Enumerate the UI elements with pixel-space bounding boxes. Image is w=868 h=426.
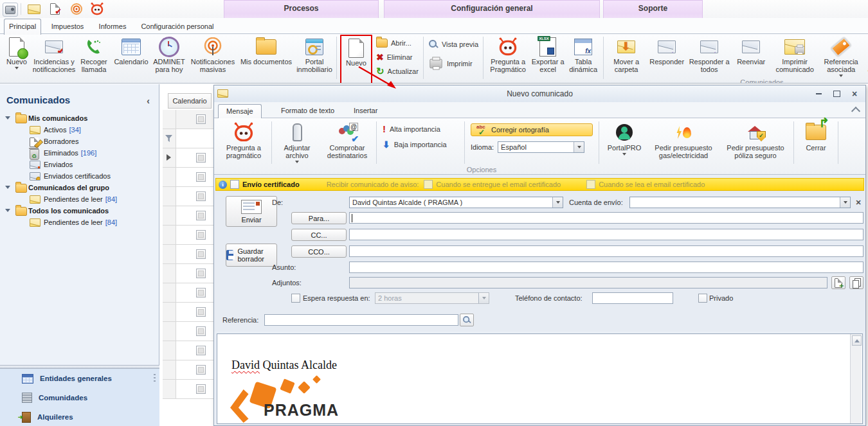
tree-item-eliminados[interactable]: Eliminados[196] <box>0 147 159 159</box>
panel-entidades-generales[interactable]: Entidades generales <box>0 369 159 388</box>
envio-certificado-checkbox[interactable] <box>230 180 239 189</box>
cc-button[interactable]: CC... <box>291 229 347 241</box>
exportar-excel-button[interactable]: Exportar a excel <box>530 35 565 84</box>
adjuntos-input[interactable] <box>349 277 827 288</box>
idioma-select[interactable]: Español <box>498 141 584 153</box>
clear-cuenta-button[interactable]: ✕ <box>853 197 863 208</box>
tree-item-mis-comunicados[interactable]: Mis comunicados <box>0 112 159 124</box>
entregue-checkbox[interactable] <box>424 180 433 189</box>
tab-formato-de-texto[interactable]: Formato de texto <box>273 104 342 118</box>
imprimir-comunicado-button[interactable]: Imprimir comunicado <box>770 35 819 84</box>
espera-respuesta-checkbox[interactable] <box>291 294 300 303</box>
calendario-button[interactable]: Calendario <box>112 35 150 84</box>
nuevo-button[interactable]: Nuevo <box>1 35 32 84</box>
tree-item-pendientes-grupo[interactable]: Pendientes de leer[84] <box>0 193 159 205</box>
alta-importancia-button[interactable]: ! Alta importancia <box>383 123 458 134</box>
app-menu-icon[interactable] <box>3 3 18 17</box>
row-checkbox[interactable] <box>196 269 206 278</box>
cerrar-button[interactable]: ↱ Cerrar <box>796 120 836 167</box>
reenviar-button[interactable]: → Reenviar <box>732 35 770 84</box>
panel-alquileres[interactable]: Alquileres <box>0 407 159 426</box>
tabla-dinamica-button[interactable]: Tabla dinámica <box>565 35 601 84</box>
dropdown-button[interactable] <box>574 142 584 152</box>
tab-principal[interactable]: Principal <box>4 19 41 35</box>
portalpro-button[interactable]: PortalPRO <box>601 120 647 167</box>
row-checkbox[interactable] <box>196 384 206 394</box>
filter-funnel-icon[interactable] <box>165 135 172 142</box>
mail-icon[interactable] <box>27 3 41 15</box>
de-select[interactable]: David Quintas Alcalde ( PRAGMA ) <box>349 197 563 208</box>
robot-icon[interactable] <box>90 3 104 15</box>
close-button[interactable]: × <box>847 89 862 98</box>
tab-configuracion-personal[interactable]: Configuración personal <box>136 20 219 33</box>
cuenta-envio-select[interactable] <box>629 197 851 208</box>
dialog-title-bar[interactable]: Nuevo comunicado × <box>214 85 865 103</box>
copy-attachment-button[interactable] <box>849 276 863 289</box>
tab-mensaje[interactable]: Mensaje <box>218 104 262 119</box>
scroll-up-button[interactable] <box>852 335 862 346</box>
tree-item-activos[interactable]: Activos[34] <box>0 124 159 136</box>
dropdown-button[interactable] <box>552 197 563 208</box>
expander-icon[interactable] <box>5 116 10 120</box>
privado-checkbox[interactable] <box>698 294 707 303</box>
minimize-button[interactable] <box>811 89 826 98</box>
collapse-ribbon-icon[interactable] <box>851 107 860 116</box>
mis-documentos-button[interactable]: Mis documentos <box>238 35 294 84</box>
para-button[interactable]: Para... <box>291 212 347 224</box>
tree-item-comunicados-del-grupo[interactable]: Comunicados del grupo <box>0 182 159 193</box>
tree-item-enviados-certificados[interactable]: Enviados certificados <box>0 170 159 182</box>
imprimir-button[interactable]: Imprimir <box>426 58 481 69</box>
pedir-presupuesto-poliza-button[interactable]: ✓ Pedir presupuesto póliza seguro <box>719 120 791 167</box>
row-checkbox[interactable] <box>196 191 206 201</box>
row-checkbox[interactable] <box>196 153 206 163</box>
tasks-icon[interactable]: ✔ <box>48 3 62 15</box>
row-checkbox[interactable] <box>196 211 206 220</box>
para-input[interactable] <box>349 212 863 224</box>
baja-importancia-button[interactable]: ⬇ Baja importancia <box>383 139 458 150</box>
otras-acciones-button[interactable]: Otras acciones <box>863 35 868 84</box>
pedir-presupuesto-gas-button[interactable]: Pedir presupuesto gas/electricidad <box>647 120 719 167</box>
abrir-button[interactable]: Abrir... <box>374 37 421 49</box>
row-checkbox[interactable] <box>196 365 206 375</box>
row-checkbox[interactable] <box>196 230 206 240</box>
message-body[interactable]: David Quintas Alcalde PRAGMA <box>217 333 863 424</box>
tab-impuestos[interactable]: Impuestos <box>46 20 89 33</box>
tree-item-pendientes-todos[interactable]: Pendientes de leer[84] <box>0 217 159 228</box>
comprobar-destinatarios-button[interactable]: @ ✔ Comprobar destinatarios <box>320 120 374 167</box>
sidebar-collapse-icon[interactable]: ‹ <box>147 96 150 106</box>
portal-inmobiliario-button[interactable]: Portal inmobiliario <box>294 35 334 84</box>
dropdown-button[interactable] <box>840 197 850 208</box>
vista-previa-button[interactable]: Vista previa <box>426 39 481 50</box>
nuevo-comunicado-button[interactable]: Nuevo <box>341 36 371 84</box>
responder-button[interactable]: ← Responder <box>647 35 687 84</box>
calendar-column-header[interactable]: Calendario <box>168 93 212 109</box>
row-checkbox[interactable] <box>196 172 206 182</box>
notificaciones-masivas-button[interactable]: Notificaciones masivas <box>188 35 238 84</box>
cc-input[interactable] <box>349 229 863 240</box>
row-checkbox[interactable] <box>196 326 206 336</box>
body-scrollbar[interactable] <box>850 334 862 423</box>
expander-icon[interactable] <box>5 186 10 189</box>
enviar-button[interactable]: Enviar <box>226 196 277 227</box>
responder-a-todos-button[interactable]: ← Responder a todos <box>687 35 732 84</box>
tab-informes[interactable]: Informes <box>93 20 132 33</box>
drag-handle-icon[interactable] <box>154 374 156 383</box>
incidencias-notificaciones-button[interactable]: ✔ Incidencias y notificaciones <box>32 35 76 84</box>
maximize-button[interactable] <box>829 89 844 98</box>
eliminar-button[interactable]: ✖ Eliminar <box>374 51 421 63</box>
recoger-llamada-button[interactable]: Recoger llamada <box>76 35 112 84</box>
row-checkbox[interactable] <box>196 249 206 259</box>
telefono-input[interactable] <box>592 292 673 304</box>
corregir-ortografia-button[interactable]: Corregir ortografía <box>471 123 593 136</box>
tree-item-enviados[interactable]: Enviados <box>0 159 159 170</box>
tab-insertar[interactable]: Insertar <box>346 104 385 118</box>
adjuntar-archivo-button[interactable]: Adjuntar archivo <box>274 120 320 167</box>
lea-checkbox[interactable] <box>586 180 595 189</box>
referencia-search-button[interactable] <box>460 314 474 326</box>
pregunta-pragmatico-button[interactable]: Pregunta a pragmático <box>218 120 269 167</box>
tree-item-todos-los-comunicados[interactable]: Todos los comunicados <box>0 205 159 217</box>
row-checkbox[interactable] <box>196 307 206 317</box>
pregunta-pragmatico-button[interactable]: Pregunta a Pragmático <box>485 35 530 84</box>
tree-item-borradores[interactable]: Borradores <box>0 136 159 147</box>
add-attachment-button[interactable]: ＋ <box>831 276 845 289</box>
